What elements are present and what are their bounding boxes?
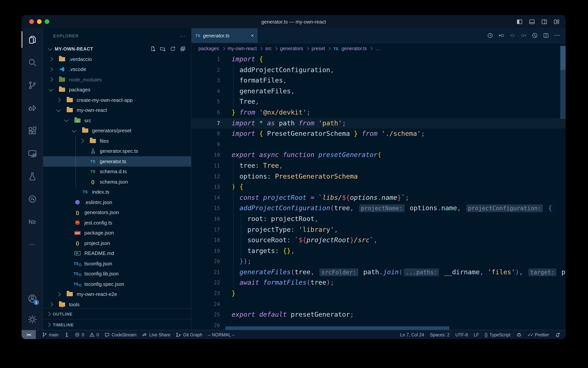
status-eol[interactable]: LF — [474, 332, 479, 337]
status-git-graph[interactable]: Git Graph — [176, 332, 202, 337]
new-file-icon[interactable] — [150, 46, 156, 52]
code-line-4: generateFiles, — [232, 86, 566, 97]
status-copilot[interactable] — [516, 332, 522, 337]
tree-item-project.json[interactable]: {}project.json — [43, 238, 191, 248]
activity-run-debug-icon[interactable] — [22, 96, 43, 119]
tree-item-generators.json[interactable]: {}generators.json — [43, 207, 191, 218]
layout-sidebar-right-icon[interactable] — [541, 19, 547, 25]
settings-gear-icon[interactable] — [22, 309, 43, 330]
vertical-scrollbar[interactable] — [560, 43, 566, 330]
status-cursor-position[interactable]: Ln 7, Col 24 — [400, 332, 424, 337]
tree-item-tsconfig.lib.json[interactable]: TStsconfig.lib.json — [43, 269, 191, 279]
tree-item-node_modules[interactable]: node_modules — [43, 74, 191, 85]
activity-more-views-icon[interactable]: ··· — [22, 233, 43, 256]
commit-graph-icon[interactable] — [532, 32, 538, 38]
tree-item-index.ts[interactable]: TSindex.ts — [43, 187, 191, 197]
navigate-forward-icon[interactable] — [521, 32, 527, 38]
tree-item-files[interactable]: files — [43, 136, 191, 146]
tree-item-schema.json[interactable]: {}schema.json — [43, 177, 191, 187]
tree-item-jest.config.ts[interactable]: jest.config.ts — [43, 218, 191, 228]
status-git-branch[interactable]: main — [42, 332, 59, 337]
section-timeline[interactable]: TIMELINE — [43, 319, 191, 330]
status-problems-errors[interactable]: 0 — [75, 332, 84, 337]
tree-item-schema.d.ts[interactable]: TSschema.d.ts — [43, 166, 191, 177]
breadcrumb-item[interactable]: my-own-react — [228, 46, 257, 51]
status-language-mode[interactable]: {}TypeScript — [485, 332, 510, 337]
status-problems-warnings[interactable]: 0 — [90, 332, 99, 337]
collapse-all-icon[interactable] — [180, 46, 186, 52]
tree-item-packages[interactable]: packages — [43, 85, 191, 95]
chevron-right-icon — [306, 47, 309, 50]
breadcrumb-symbol[interactable]: … — [375, 46, 380, 51]
horizontal-scrollbar[interactable] — [225, 326, 449, 330]
navigate-back-icon[interactable] — [498, 32, 504, 38]
layout-grid-icon[interactable] — [554, 19, 560, 25]
activity-search-icon[interactable] — [22, 51, 43, 74]
code-editor[interactable]: 1234567891011121314151617181920212223242… — [192, 54, 566, 330]
zoom-window-button[interactable] — [45, 19, 49, 24]
breadcrumb-item[interactable]: preset — [312, 46, 325, 51]
chevron-right-icon — [79, 138, 85, 144]
activity-explorer-icon[interactable] — [22, 28, 43, 51]
tree-item-tsconfig.json[interactable]: TStsconfig.json — [43, 258, 191, 269]
status-commits[interactable] — [64, 332, 69, 337]
explorer-more-icon[interactable]: ··· — [180, 33, 186, 39]
file-tree: .verdaccio.vscodenode_modulespackagescre… — [43, 54, 191, 310]
tab-generator-ts[interactable]: TS generator.ts × — [192, 28, 258, 43]
activity-testing-icon[interactable] — [22, 165, 43, 187]
tree-item-tsconfig.spec.json[interactable]: TStsconfig.spec.json — [43, 279, 191, 289]
code-line-3: formatFiles, — [232, 75, 566, 86]
status-indentation[interactable]: Spaces: 2 — [430, 332, 449, 337]
chevron-none — [63, 220, 69, 226]
eslint-icon — [75, 200, 80, 205]
breadcrumb-item[interactable]: src — [265, 46, 272, 51]
tree-item-src[interactable]: ‹›src — [43, 115, 191, 126]
status-codestream[interactable]: CodeStream — [105, 332, 137, 337]
timeline-history-icon[interactable] — [487, 32, 493, 38]
breadcrumb-item[interactable]: generators — [280, 46, 303, 51]
tree-item-create-my-own-react-app[interactable]: create-my-own-react-app — [43, 95, 191, 105]
navigate-current-icon[interactable] — [509, 32, 516, 38]
section-outline[interactable]: OUTLINE — [43, 308, 191, 319]
accounts-icon[interactable]: 1 — [22, 288, 43, 309]
activity-source-control-icon[interactable] — [22, 74, 43, 96]
chevron-none — [79, 148, 85, 154]
chevron-right-icon — [55, 291, 62, 297]
minimize-window-button[interactable] — [37, 19, 42, 24]
close-tab-icon[interactable]: × — [251, 32, 254, 38]
refresh-icon[interactable] — [170, 46, 176, 52]
tree-item-.eslintrc.json[interactable]: .eslintrc.json — [43, 197, 191, 207]
explorer-title: EXPLORER — [53, 34, 79, 38]
split-editor-icon[interactable] — [543, 32, 549, 38]
tree-item-.verdaccio[interactable]: .verdaccio — [43, 54, 191, 64]
close-window-button[interactable] — [29, 19, 34, 24]
new-folder-icon[interactable] — [160, 46, 166, 52]
chevron-right-icon — [55, 97, 62, 103]
activity-nx-console-icon[interactable]: N≥ — [22, 210, 43, 233]
chevron-none — [71, 189, 77, 195]
status-notifications[interactable] — [555, 332, 560, 337]
tree-item-my-own-react-e2e[interactable]: my-own-react-e2e — [43, 289, 191, 299]
status-formatter-prettier[interactable]: ✓✓Prettier — [527, 332, 549, 337]
breadcrumb-item[interactable]: packages — [198, 46, 219, 51]
tree-item-generators/preset[interactable]: generators/preset — [43, 126, 191, 136]
typescript-file-icon: TS — [333, 46, 339, 51]
tree-item-generator.spec.ts[interactable]: generator.spec.ts — [43, 146, 191, 156]
remote-indicator[interactable]: >< — [22, 330, 36, 339]
layout-sidebar-left-icon[interactable] — [517, 19, 523, 25]
breadcrumb-file[interactable]: generator.ts — [341, 46, 367, 51]
tree-item-README.md[interactable]: M↓README.md — [43, 248, 191, 258]
activity-codestream-icon[interactable] — [22, 187, 43, 210]
activity-remote-explorer-icon[interactable] — [22, 142, 43, 165]
status-vim-mode[interactable]: -- NORMAL -- — [208, 332, 235, 337]
tree-item-generator.ts[interactable]: TSgenerator.ts — [43, 156, 191, 166]
status-encoding[interactable]: UTF-8 — [456, 332, 468, 337]
tree-item-package.json[interactable]: npmpackage.json — [43, 228, 191, 238]
tree-item-my-own-react[interactable]: my-own-react — [43, 105, 191, 115]
layout-panel-icon[interactable] — [529, 19, 535, 25]
workspace-root-row[interactable]: MY-OWN-REACT — [43, 44, 191, 54]
more-actions-icon[interactable] — [554, 32, 560, 38]
status-live-share[interactable]: Live Share — [142, 332, 170, 337]
activity-extensions-icon[interactable] — [22, 119, 43, 142]
tree-item-.vscode[interactable]: .vscode — [43, 64, 191, 74]
